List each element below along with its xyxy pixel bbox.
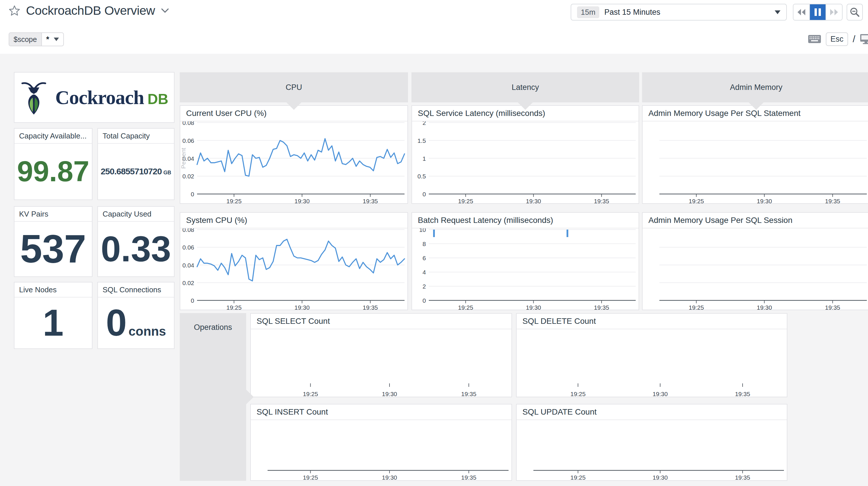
stat-card-value-area: 0conns xyxy=(98,297,174,348)
x-tick-label: 19:35 xyxy=(825,304,840,310)
chart-plot[interactable]: 19:2519:3019:35 xyxy=(517,420,787,481)
time-backward-button[interactable] xyxy=(794,4,809,20)
stat-card-sql-connections[interactable]: SQL Connections0conns xyxy=(97,282,175,349)
x-tick-label: 19:25 xyxy=(689,304,704,310)
series-line xyxy=(197,139,405,176)
chart-card-current-user-cpu[interactable]: Current User CPU (%)00.020.040.060.0819:… xyxy=(180,105,408,204)
stat-card-kv-pairs[interactable]: KV Pairs537 xyxy=(14,206,92,277)
chart-card-sql-service-latency-milliseconds[interactable]: SQL Service Latency (milliseconds)00.511… xyxy=(411,105,639,204)
time-range-label: Past 15 Minutes xyxy=(604,8,770,17)
chart-plot[interactable]: 19:2519:3019:35 xyxy=(643,121,868,204)
rewind-icon xyxy=(796,8,806,17)
chart-card-batch-request-latency-milliseconds[interactable]: Batch Request Latency (milliseconds)0246… xyxy=(411,212,639,310)
x-tick-label: 19:30 xyxy=(382,474,397,481)
x-tick-label: 19:30 xyxy=(757,304,772,310)
stat-card-value-row: 250.6855710720GB xyxy=(100,167,171,176)
group-caret-down-icon xyxy=(286,102,301,110)
stat-card-live-nodes[interactable]: Live Nodes1 xyxy=(14,282,92,349)
group-header-latency[interactable]: Latency xyxy=(411,72,639,102)
scope-var-value: * xyxy=(46,35,50,44)
x-tick-label: 19:30 xyxy=(757,198,772,204)
chart-title: SQL DELETE Count xyxy=(517,314,787,329)
chart-card-sql-delete-count[interactable]: SQL DELETE Count19:2519:3019:35 xyxy=(516,313,787,397)
y-tick-label: 0.06 xyxy=(182,137,194,144)
y-tick-label: 0.04 xyxy=(182,262,194,268)
y-tick-label: 2 xyxy=(423,283,426,290)
stat-card-value-area: 99.87 xyxy=(14,143,92,199)
group-caret-down-icon xyxy=(518,102,533,110)
chart-plot[interactable]: 00.020.040.060.0819:2519:3019:35Percent xyxy=(180,121,407,204)
chart-card-sql-insert-count[interactable]: SQL INSERT Count19:2519:3019:35 xyxy=(250,404,512,481)
y-tick-label: 0 xyxy=(191,191,194,197)
template-variable-scope[interactable]: $scope * xyxy=(9,32,64,46)
stat-card-title: Total Capacity xyxy=(98,128,174,144)
stat-value: 537 xyxy=(20,226,86,271)
x-tick-label: 19:25 xyxy=(303,391,318,397)
x-tick-label: 19:30 xyxy=(526,304,541,310)
series-line xyxy=(197,239,405,281)
esc-key-button[interactable]: Esc xyxy=(826,32,848,46)
group-header-operations[interactable]: Operations xyxy=(180,313,246,481)
cockroachdb-wordmark: CockroachDB xyxy=(55,86,168,109)
cockroach-bug-icon xyxy=(20,80,48,115)
chart-card-sql-select-count[interactable]: SQL SELECT Count19:2519:3019:35 xyxy=(250,313,512,397)
chart-plot[interactable]: 024681019:2519:3019:35 xyxy=(412,228,639,310)
y-axis-title: Percent xyxy=(180,148,187,169)
slash-separator: / xyxy=(853,33,855,45)
star-icon[interactable] xyxy=(9,5,20,17)
zoom-out-button[interactable] xyxy=(847,4,863,21)
y-tick-label: 0 xyxy=(423,297,426,304)
keyboard-icon[interactable] xyxy=(808,35,821,44)
y-tick-label: 10 xyxy=(419,228,426,233)
x-tick-label: 19:35 xyxy=(735,391,750,397)
chart-plot[interactable]: 19:2519:3019:35 xyxy=(643,228,868,310)
chevron-down-icon[interactable] xyxy=(161,8,169,13)
chart-plot[interactable]: 00.511.5219:2519:3019:35 xyxy=(412,121,639,204)
y-tick-label: 8 xyxy=(423,240,426,247)
chart-card-system-cpu[interactable]: System CPU (%)00.020.040.060.0819:2519:3… xyxy=(180,212,408,310)
x-tick-label: 19:25 xyxy=(303,474,318,481)
group-header-admin-memory[interactable]: Admin Memory xyxy=(642,72,868,102)
stat-value: 0 xyxy=(106,301,127,344)
y-tick-label: 0.08 xyxy=(182,121,194,126)
stat-value-unit: conns xyxy=(129,324,166,339)
chart-title: Admin Memory Usage Per SQL Session xyxy=(643,213,868,228)
top-bar: CockroachDB Overview 15m Past 15 Minutes xyxy=(0,0,868,54)
time-pause-button[interactable] xyxy=(809,4,826,20)
time-playback-controls xyxy=(793,4,843,21)
x-tick-label: 19:25 xyxy=(226,198,242,204)
time-forward-button[interactable] xyxy=(826,4,842,20)
chart-card-admin-memory-usage-per-sql-session[interactable]: Admin Memory Usage Per SQL Session19:251… xyxy=(642,212,868,310)
y-tick-label: 0.5 xyxy=(417,173,426,179)
chart-plot[interactable]: 19:2519:3019:35 xyxy=(251,420,512,481)
chart-plot[interactable]: 19:2519:3019:35 xyxy=(251,329,512,397)
logo-db: DB xyxy=(147,91,168,107)
stat-card-title: Live Nodes xyxy=(14,283,92,297)
time-range-picker[interactable]: 15m Past 15 Minutes xyxy=(571,4,787,21)
stat-value: 99.87 xyxy=(17,155,89,188)
stat-card-capacity-available[interactable]: Capacity Available...99.87 xyxy=(14,128,92,200)
scope-var-name: $scope xyxy=(9,33,42,46)
x-tick-label: 19:25 xyxy=(570,474,586,481)
group-header-cpu[interactable]: CPU xyxy=(180,72,408,102)
group-header-label: Operations xyxy=(180,323,246,332)
x-tick-label: 19:30 xyxy=(526,198,541,204)
group-header-label: Latency xyxy=(512,83,539,92)
stat-value: 0.33 xyxy=(101,228,171,269)
chart-card-admin-memory-usage-per-sql-statement[interactable]: Admin Memory Usage Per SQL Statement19:2… xyxy=(642,105,868,204)
stat-card-title: SQL Connections xyxy=(98,283,174,297)
chart-plot[interactable]: 00.020.040.060.0819:2519:3019:35 xyxy=(180,228,407,310)
tv-mode-icon[interactable] xyxy=(860,33,868,45)
cockroachdb-logo-card[interactable]: CockroachDB xyxy=(14,72,175,123)
y-tick-label: 4 xyxy=(423,269,426,276)
stat-card-total-capacity[interactable]: Total Capacity250.6855710720GB xyxy=(97,128,175,200)
chart-plot[interactable]: 19:2519:3019:35 xyxy=(517,329,787,397)
chart-card-sql-update-count[interactable]: SQL UPDATE Count19:2519:3019:35 xyxy=(516,404,787,481)
stat-card-title: KV Pairs xyxy=(14,207,92,222)
y-tick-label: 2 xyxy=(423,121,426,126)
stat-card-value-area: 250.6855710720GB xyxy=(98,143,174,199)
page-title: CockroachDB Overview xyxy=(26,3,155,18)
chart-title: SQL UPDATE Count xyxy=(517,404,787,420)
stat-card-value-area: 537 xyxy=(14,221,92,277)
stat-card-capacity-used[interactable]: Capacity Used0.33 xyxy=(97,206,175,277)
